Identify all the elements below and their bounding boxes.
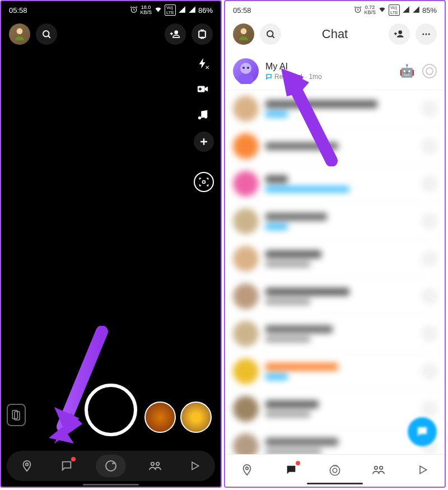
status-bar-left: 05:58 18.0 KB/S Vo)LTE 86% bbox=[1, 1, 221, 18]
chat-notification-dot bbox=[296, 461, 300, 465]
volte-icon: Vo)LTE bbox=[165, 4, 176, 16]
svg-point-9 bbox=[26, 463, 29, 466]
video-add-icon[interactable] bbox=[194, 80, 212, 98]
camera-icon[interactable] bbox=[422, 101, 437, 116]
svg-point-2 bbox=[43, 31, 49, 37]
lens-option-2[interactable] bbox=[180, 402, 212, 433]
chat-avatar bbox=[233, 396, 259, 422]
music-icon[interactable] bbox=[194, 106, 212, 124]
profile-avatar[interactable] bbox=[9, 24, 30, 45]
svg-point-21 bbox=[238, 74, 254, 84]
search-button[interactable] bbox=[260, 24, 281, 45]
bottom-nav bbox=[225, 454, 445, 487]
home-indicator bbox=[83, 484, 139, 486]
chat-list: My AI Received · 1mo 🤖 bbox=[225, 50, 445, 468]
camera-header bbox=[1, 18, 221, 50]
camera-icon[interactable] bbox=[422, 326, 437, 341]
nav-people[interactable] bbox=[367, 459, 390, 481]
camera-icon[interactable] bbox=[422, 176, 437, 191]
camera-side-tools: ✕ bbox=[194, 54, 214, 152]
svg-point-14 bbox=[241, 28, 247, 34]
camera-icon[interactable] bbox=[422, 64, 437, 78]
chat-row-blurred[interactable] bbox=[225, 353, 445, 390]
svg-point-20 bbox=[240, 63, 251, 74]
svg-point-12 bbox=[156, 463, 159, 466]
camera-icon[interactable] bbox=[422, 251, 437, 266]
data-speed: 18.0 KB/S bbox=[140, 5, 152, 15]
chat-avatar bbox=[233, 133, 259, 159]
signal-icon-2 bbox=[412, 6, 420, 15]
more-button[interactable] bbox=[416, 24, 437, 45]
svg-point-11 bbox=[151, 463, 154, 466]
robot-icon: 🤖 bbox=[399, 64, 414, 78]
signal-icon-2 bbox=[188, 6, 196, 15]
svg-point-19 bbox=[428, 34, 430, 35]
bottom-nav bbox=[7, 451, 215, 481]
camera-icon[interactable] bbox=[422, 289, 437, 304]
data-speed: 0.72 KB/S bbox=[364, 5, 376, 15]
chat-screen: 05:58 0.72 KB/S Vo)LTE 85% bbox=[224, 0, 446, 488]
signal-icon bbox=[402, 6, 410, 15]
svg-point-15 bbox=[267, 31, 273, 37]
add-tool-button[interactable] bbox=[194, 132, 214, 152]
svg-point-24 bbox=[246, 466, 249, 469]
svg-point-28 bbox=[380, 466, 383, 469]
chat-row-blurred[interactable] bbox=[225, 203, 445, 240]
search-button[interactable] bbox=[36, 24, 57, 45]
home-indicator bbox=[307, 483, 363, 484]
camera-icon[interactable] bbox=[422, 402, 437, 416]
battery-text: 86% bbox=[198, 6, 213, 15]
chat-avatar bbox=[233, 283, 259, 309]
nav-play[interactable] bbox=[184, 455, 206, 477]
svg-point-22 bbox=[242, 67, 245, 69]
wifi-icon bbox=[378, 5, 386, 15]
nav-camera[interactable] bbox=[96, 455, 126, 477]
profile-avatar[interactable] bbox=[233, 24, 254, 45]
chat-avatar bbox=[233, 246, 259, 272]
alarm-icon bbox=[130, 6, 138, 15]
nav-chat[interactable] bbox=[55, 455, 78, 477]
chat-avatar bbox=[233, 358, 259, 384]
add-friend-button[interactable] bbox=[389, 24, 410, 45]
chat-row-blurred[interactable] bbox=[225, 128, 445, 165]
nav-play[interactable] bbox=[412, 459, 434, 481]
nav-map[interactable] bbox=[236, 459, 258, 481]
received-icon bbox=[265, 73, 272, 80]
chat-row-my-ai[interactable]: My AI Received · 1mo 🤖 bbox=[225, 53, 445, 90]
chat-row-blurred[interactable] bbox=[225, 278, 445, 315]
new-chat-fab[interactable] bbox=[408, 417, 437, 446]
chat-avatar bbox=[233, 171, 259, 197]
svg-point-17 bbox=[422, 34, 424, 35]
status-bar-right: 05:58 0.72 KB/S Vo)LTE 85% bbox=[225, 1, 445, 18]
nav-map[interactable] bbox=[16, 455, 38, 477]
chat-avatar bbox=[233, 321, 259, 347]
status-time: 05:58 bbox=[9, 6, 27, 15]
wifi-icon bbox=[154, 5, 162, 15]
camera-icon[interactable] bbox=[422, 364, 437, 379]
chat-name: My AI bbox=[265, 62, 393, 72]
lens-option-1[interactable] bbox=[144, 402, 176, 433]
chat-notification-dot bbox=[71, 457, 76, 461]
volte-icon: Vo)LTE bbox=[389, 4, 400, 16]
svg-point-23 bbox=[247, 67, 249, 69]
chat-row-blurred[interactable] bbox=[225, 240, 445, 278]
capture-button[interactable] bbox=[85, 384, 137, 436]
flash-icon[interactable]: ✕ bbox=[194, 54, 212, 72]
scan-button[interactable] bbox=[194, 172, 214, 192]
chat-row-blurred[interactable] bbox=[225, 165, 445, 203]
page-title: Chat bbox=[322, 27, 348, 41]
svg-rect-4 bbox=[199, 31, 206, 38]
svg-point-18 bbox=[426, 34, 427, 35]
add-friend-button[interactable] bbox=[165, 24, 186, 45]
chat-row-blurred[interactable] bbox=[225, 315, 445, 353]
svg-point-25 bbox=[330, 465, 339, 475]
nav-people[interactable] bbox=[144, 455, 166, 477]
chat-avatar bbox=[233, 96, 259, 122]
alarm-icon bbox=[354, 6, 362, 15]
camera-icon[interactable] bbox=[422, 139, 437, 153]
chat-row-blurred[interactable] bbox=[225, 90, 445, 128]
nav-camera[interactable] bbox=[324, 459, 346, 481]
nav-chat-active[interactable] bbox=[280, 459, 302, 481]
camera-icon[interactable] bbox=[422, 214, 437, 228]
flip-camera-button[interactable] bbox=[192, 24, 213, 45]
